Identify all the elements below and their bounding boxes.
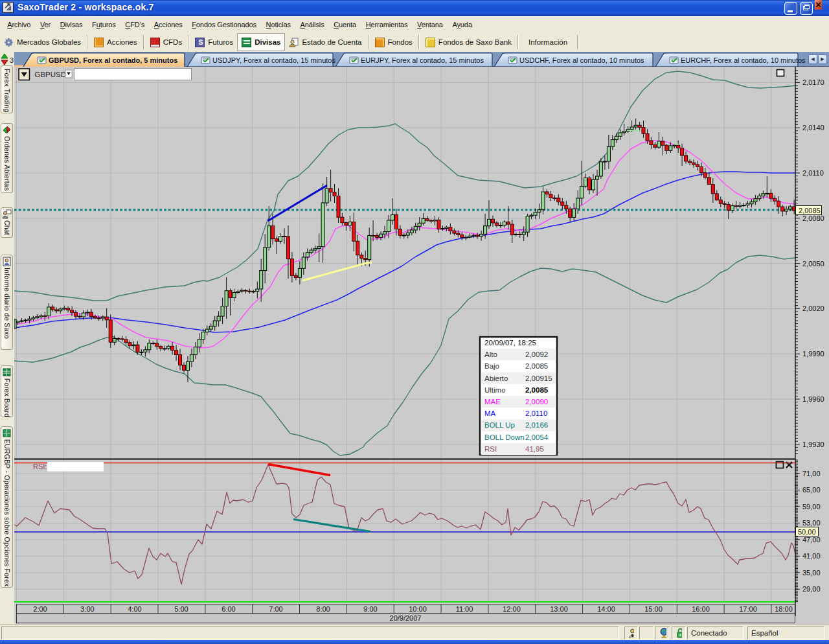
svg-text:11:00: 11:00	[456, 605, 473, 613]
svg-text:10:00: 10:00	[409, 605, 427, 613]
svg-text:2,0054: 2,0054	[525, 433, 549, 441]
svg-text:41,00: 41,00	[802, 552, 821, 560]
svg-text:7:00: 7:00	[269, 605, 282, 613]
svg-text:20/9/2007: 20/9/2007	[390, 614, 422, 622]
svg-text:3:00: 3:00	[80, 605, 94, 613]
svg-text:USDCHF, Forex al contado, 10 m: USDCHF, Forex al contado, 10 minutos	[519, 56, 644, 64]
svg-text:1,9990: 1,9990	[802, 350, 824, 358]
svg-text:2,0085: 2,0085	[525, 386, 549, 394]
svg-text:53,00: 53,00	[802, 519, 821, 527]
svg-text:14:00: 14:00	[597, 605, 615, 613]
svg-text:71,00: 71,00	[802, 470, 821, 477]
svg-text:RSI:: RSI:	[33, 463, 47, 470]
svg-text:MAE: MAE	[484, 398, 501, 406]
svg-text:2,0140: 2,0140	[802, 124, 824, 132]
svg-text:2,0080: 2,0080	[802, 214, 824, 222]
svg-text:13:00: 13:00	[550, 605, 568, 613]
svg-text:15:00: 15:00	[644, 605, 663, 613]
svg-text:BOLL Up: BOLL Up	[484, 421, 515, 429]
svg-text:Bajo: Bajo	[484, 362, 499, 370]
svg-text:50,00: 50,00	[798, 528, 816, 536]
svg-text:2,0020: 2,0020	[802, 305, 824, 312]
svg-text:USDJPY, Forex al contado, 15 m: USDJPY, Forex al contado, 15 minutos	[212, 56, 335, 64]
svg-text:Ultimo: Ultimo	[484, 386, 506, 394]
svg-text:18:00: 18:00	[775, 605, 793, 613]
svg-text:59,00: 59,00	[802, 503, 821, 511]
svg-text:9:00: 9:00	[363, 605, 377, 613]
svg-text:5:00: 5:00	[174, 605, 188, 613]
svg-text:2,0166: 2,0166	[525, 421, 548, 429]
svg-text:35,00: 35,00	[802, 569, 821, 577]
svg-text:2,0170: 2,0170	[802, 78, 824, 86]
svg-text:2,0090: 2,0090	[525, 398, 548, 406]
svg-text:1,9960: 1,9960	[802, 395, 824, 403]
svg-text:RSI: RSI	[484, 445, 497, 453]
svg-text:2,0085: 2,0085	[525, 362, 548, 370]
svg-text:GBPUSD, Forex al contado, 5 mi: GBPUSD, Forex al contado, 5 minutos	[49, 56, 177, 64]
svg-text:2,0085: 2,0085	[799, 207, 821, 214]
svg-text:2:00: 2:00	[33, 605, 47, 613]
svg-text:2,0110: 2,0110	[802, 169, 824, 177]
svg-text:2,0092: 2,0092	[525, 351, 548, 358]
svg-text:EURJPY, Forex al contado, 15 m: EURJPY, Forex al contado, 15 minutos	[361, 56, 484, 64]
svg-text:4:00: 4:00	[128, 605, 141, 613]
svg-text:3: 3	[10, 56, 14, 64]
svg-text:GBPUSD: GBPUSD	[35, 71, 67, 78]
svg-text:2,0050: 2,0050	[802, 260, 824, 268]
svg-text:2,0110: 2,0110	[525, 409, 547, 417]
svg-text:16:00: 16:00	[692, 605, 710, 613]
svg-text:65,00: 65,00	[802, 486, 821, 494]
svg-text:20/09/07, 18:25: 20/09/07, 18:25	[484, 339, 536, 347]
svg-text:6:00: 6:00	[221, 605, 235, 613]
svg-text:8:00: 8:00	[316, 605, 330, 613]
svg-text:41,95: 41,95	[525, 445, 544, 453]
svg-text:MA: MA	[484, 409, 496, 417]
svg-text:EURCHF, Forex al contado, 10 m: EURCHF, Forex al contado, 10 minutos	[681, 56, 806, 64]
svg-text:17:00: 17:00	[739, 605, 757, 613]
svg-text:BOLL Down: BOLL Down	[484, 433, 525, 441]
svg-text:1,9930: 1,9930	[802, 441, 824, 448]
svg-text:47,00: 47,00	[802, 536, 821, 544]
svg-text:Alto: Alto	[484, 351, 497, 358]
svg-text:2,00915: 2,00915	[525, 374, 552, 382]
svg-text:29,00: 29,00	[802, 585, 821, 593]
svg-text:Abierto: Abierto	[484, 374, 508, 382]
svg-text:12:00: 12:00	[503, 605, 521, 613]
